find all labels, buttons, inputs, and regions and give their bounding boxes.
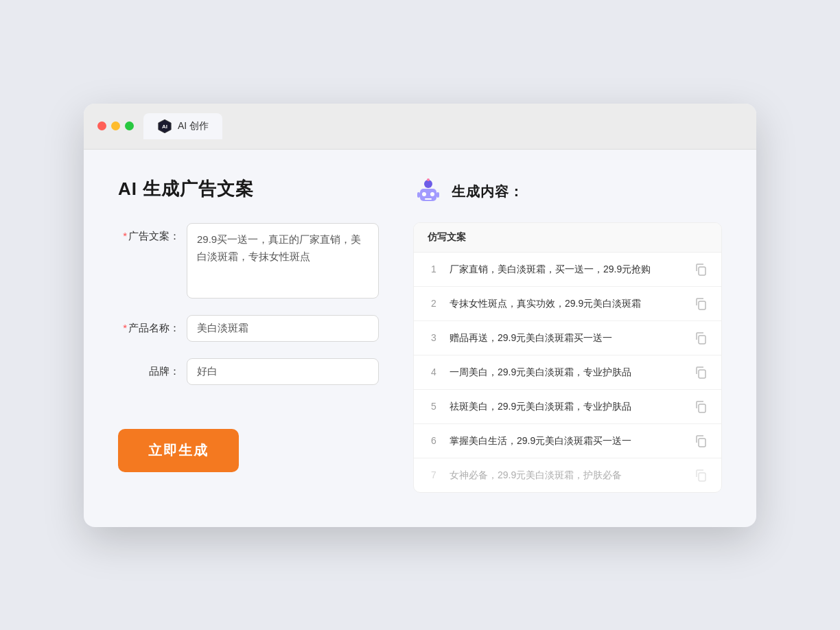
ai-tab-icon: AI [157,119,172,134]
svg-point-8 [427,178,430,181]
svg-point-4 [422,192,426,196]
svg-rect-12 [699,301,705,310]
copy-icon[interactable] [694,365,708,379]
table-row: 5 祛斑美白，29.9元美白淡斑霜，专业护肤品 [414,390,721,424]
row-text: 一周美白，29.9元美白淡斑霜，专业护肤品 [450,365,684,380]
row-number: 5 [428,401,440,412]
row-number: 4 [428,366,440,377]
svg-rect-10 [436,192,439,198]
copy-icon[interactable] [694,262,708,276]
svg-rect-11 [699,267,705,275]
svg-rect-6 [425,198,432,200]
table-row: 6 掌握美白生活，29.9元美白淡斑霜买一送一 [414,424,721,458]
row-text: 赠品再送，29.9元美白淡斑霜买一送一 [450,331,684,345]
tab-label: AI 创作 [178,120,209,132]
product-name-label: *产品名称： [118,315,180,335]
browser-titlebar: AI AI 创作 [84,104,756,150]
svg-rect-16 [699,439,705,447]
generate-button[interactable]: 立即生成 [118,429,239,472]
page-title: AI 生成广告文案 [118,177,379,201]
row-text: 掌握美白生活，29.9元美白淡斑霜买一送一 [450,434,684,448]
right-panel: 生成内容： 仿写文案 1 厂家直销，美白淡斑霜，买一送一，29.9元抢购 2 专… [413,177,722,493]
product-name-row: *产品名称： [118,315,379,342]
browser-window: AI AI 创作 AI 生成广告文案 *广告文案： 29.9买一送一，真正的厂家… [84,104,756,527]
table-row: 4 一周美白，29.9元美白淡斑霜，专业护肤品 [414,355,721,390]
browser-content: AI 生成广告文案 *广告文案： 29.9买一送一，真正的厂家直销，美白淡斑霜，… [84,150,756,527]
row-text: 厂家直销，美白淡斑霜，买一送一，29.9元抢购 [450,262,684,277]
traffic-light-green[interactable] [125,121,134,130]
svg-rect-14 [699,370,705,378]
results-table: 仿写文案 1 厂家直销，美白淡斑霜，买一送一，29.9元抢购 2 专抹女性斑点，… [413,222,722,493]
copy-icon[interactable] [694,296,708,310]
row-text: 专抹女性斑点，真实功效，29.9元美白淡斑霜 [450,296,684,311]
required-star-2: * [123,322,127,334]
browser-tab[interactable]: AI AI 创作 [143,113,222,139]
robot-icon [413,177,443,207]
svg-rect-15 [699,404,705,412]
table-row: 3 赠品再送，29.9元美白淡斑霜买一送一 [414,321,721,355]
copy-icon[interactable] [694,468,708,482]
table-row: 2 专抹女性斑点，真实功效，29.9元美白淡斑霜 [414,287,721,321]
table-header: 仿写文案 [414,223,721,253]
table-row: 1 厂家直销，美白淡斑霜，买一送一，29.9元抢购 [414,253,721,287]
row-number: 2 [428,298,440,309]
left-panel: AI 生成广告文案 *广告文案： 29.9买一送一，真正的厂家直销，美白淡斑霜，… [118,177,379,493]
svg-point-5 [430,192,434,196]
brand-label: 品牌： [118,358,180,378]
traffic-light-yellow[interactable] [111,121,120,130]
brand-input[interactable] [187,358,379,385]
svg-text:AI: AI [162,124,167,130]
result-title: 生成内容： [452,183,524,201]
product-name-input[interactable] [187,315,379,342]
svg-rect-13 [699,336,705,344]
brand-row: 品牌： [118,358,379,385]
row-number: 6 [428,435,440,446]
table-row: 7 女神必备，29.9元美白淡斑霜，护肤必备 [414,458,721,492]
result-header: 生成内容： [413,177,722,207]
row-text: 女神必备，29.9元美白淡斑霜，护肤必备 [450,468,684,482]
row-number: 3 [428,332,440,343]
ad-copy-label: *广告文案： [118,223,180,243]
ad-copy-input[interactable]: 29.9买一送一，真正的厂家直销，美白淡斑霜，专抹女性斑点 [187,223,379,299]
svg-rect-9 [417,192,420,198]
row-text: 祛斑美白，29.9元美白淡斑霜，专业护肤品 [450,399,684,414]
traffic-lights [97,121,134,130]
copy-icon[interactable] [694,434,708,447]
required-star-1: * [123,230,127,242]
ad-copy-row: *广告文案： 29.9买一送一，真正的厂家直销，美白淡斑霜，专抹女性斑点 [118,223,379,299]
traffic-light-red[interactable] [97,121,106,130]
row-number: 7 [428,469,440,480]
copy-icon[interactable] [694,399,708,413]
svg-rect-17 [699,473,705,481]
row-number: 1 [428,264,440,275]
copy-icon[interactable] [694,331,708,345]
